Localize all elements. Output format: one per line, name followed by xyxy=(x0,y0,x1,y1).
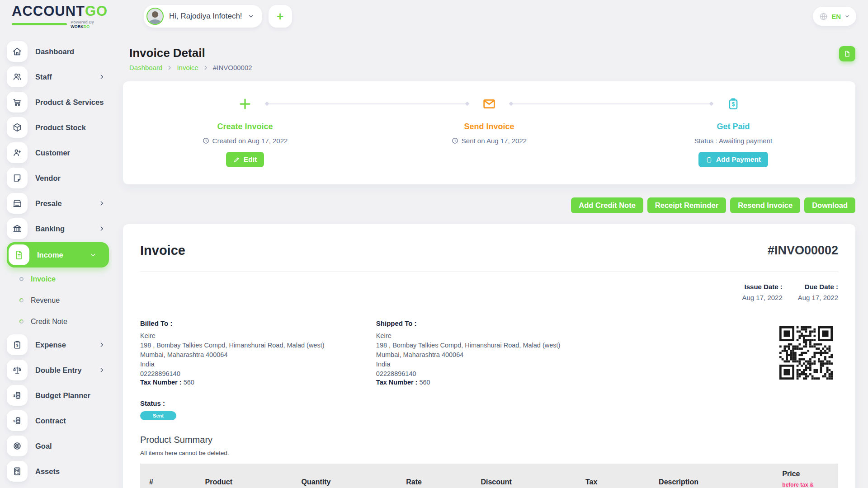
sidebar-item-label: Expense xyxy=(35,341,66,349)
sidebar-item-product-services[interactable]: Product & Services xyxy=(7,89,112,115)
billed-to-address2: Mumbai, Maharashtra 400064 xyxy=(140,350,376,360)
avatar xyxy=(146,8,164,25)
invoice-addresses: Billed To : Keire 198 , Bombay Talkies C… xyxy=(140,319,838,386)
app-window: ACCOUNTGO Powered By WORKDO Hi, Rajodiya… xyxy=(0,0,868,488)
sidebar-item-label: Budget Planner xyxy=(35,391,90,400)
sidebar: Dashboard Staff Product & Services xyxy=(0,33,112,488)
sidebar-item-banking[interactable]: Banking xyxy=(7,216,112,241)
billed-to-name: Keire xyxy=(140,331,376,341)
sidebar-item-label: Assets xyxy=(35,467,60,476)
col-header-index: # xyxy=(140,464,196,488)
sidebar-item-label: Goal xyxy=(35,442,52,450)
sidebar-item-goal[interactable]: Goal xyxy=(7,433,112,459)
sidebar-item-label: Presale xyxy=(35,199,62,208)
staff-icon xyxy=(7,66,28,87)
clock-icon xyxy=(452,137,458,144)
due-date-label: Due Date : xyxy=(798,283,838,291)
scales-icon xyxy=(7,360,28,380)
top-bar: ACCOUNTGO Powered By WORKDO Hi, Rajodiya… xyxy=(0,0,868,33)
cart-icon xyxy=(7,92,28,113)
issue-date-block: Issue Date : Aug 17, 2022 xyxy=(742,283,783,301)
step-subtitle: Status : Awaiting payment xyxy=(694,137,772,145)
sidebar-item-assets[interactable]: Assets xyxy=(7,459,112,484)
sidebar-subitem-credit-note[interactable]: Credit Note xyxy=(7,311,112,332)
sidebar-item-budget-planner[interactable]: $ Budget Planner xyxy=(7,383,112,408)
resend-invoice-button[interactable]: Resend Invoice xyxy=(730,197,800,213)
product-summary-note: All items here cannot be deleted. xyxy=(140,450,838,456)
status-badge: Sent xyxy=(140,411,176,420)
sidebar-item-contract[interactable]: $ Contract xyxy=(7,408,112,433)
sidebar-item-income[interactable]: Income xyxy=(7,242,109,267)
sidebar-item-staff[interactable]: Staff xyxy=(7,64,112,89)
add-credit-note-button[interactable]: Add Credit Note xyxy=(571,197,643,213)
step-subtitle: Created on Aug 17, 2022 xyxy=(203,137,288,145)
breadcrumb-invoice-link[interactable]: Invoice xyxy=(177,64,198,71)
logo-tagline: Powered By WORKDO xyxy=(12,20,112,29)
chevron-right-icon xyxy=(99,367,105,373)
sidebar-item-label: Vendor xyxy=(35,174,61,183)
step-subtitle: Sent on Aug 17, 2022 xyxy=(452,137,527,145)
sidebar-item-vendor[interactable]: Vendor xyxy=(7,165,112,191)
timeline-step-send: Send Invoice Sent on Aug 17, 2022 xyxy=(367,96,611,184)
sidebar-item-label: Customer xyxy=(35,149,70,157)
export-document-button[interactable] xyxy=(839,46,855,61)
add-payment-button[interactable]: Add Payment xyxy=(698,152,768,167)
chevron-down-icon xyxy=(90,252,96,258)
sidebar-item-customer[interactable]: Customer xyxy=(7,140,112,165)
quick-add-button[interactable]: + xyxy=(269,5,292,28)
col-header-rate: Rate xyxy=(397,464,472,488)
download-button[interactable]: Download xyxy=(804,197,855,213)
receipt-reminder-button[interactable]: Receipt Reminder xyxy=(647,197,726,213)
breadcrumb-dashboard-link[interactable]: Dashboard xyxy=(129,64,162,71)
shipped-to-block: Shipped To : Keire 198 , Bombay Talkies … xyxy=(376,319,612,386)
shipped-to-address1: 198 , Bombay Talkies Compd, Himanshurai … xyxy=(376,341,612,350)
col-header-product: Product xyxy=(196,464,292,488)
timeline-step-get-paid: $ Get Paid Status : Awaiting payment Add… xyxy=(611,96,855,184)
table-header-row: # Product Quantity Rate Discount Tax Des… xyxy=(140,464,838,488)
issue-date-value: Aug 17, 2022 xyxy=(742,294,783,301)
issue-date-label: Issue Date : xyxy=(742,283,783,291)
invoice-heading: Invoice xyxy=(140,243,185,258)
shipped-to-tax: Tax Number : 560 xyxy=(376,379,612,386)
globe-icon xyxy=(819,12,828,21)
billed-to-address1: 198 , Bombay Talkies Compd, Himanshurai … xyxy=(140,341,376,350)
invoice-timeline-card: Create Invoice Created on Aug 17, 2022 E… xyxy=(123,81,855,184)
col-header-description: Description xyxy=(650,464,773,488)
shipped-to-phone: 02228896140 xyxy=(376,369,612,379)
calculator-icon xyxy=(7,461,28,482)
chevron-right-icon xyxy=(99,342,105,348)
language-selector[interactable]: EN xyxy=(813,7,856,26)
user-greeting: Hi, Rajodiya Infotech! xyxy=(169,12,242,21)
sidebar-item-presale[interactable]: Presale xyxy=(7,191,112,216)
sidebar-item-expense[interactable]: $ Expense xyxy=(7,332,112,357)
sidebar-item-label: Income xyxy=(37,251,63,259)
svg-text:$: $ xyxy=(16,343,19,347)
sidebar-item-dashboard[interactable]: Dashboard xyxy=(7,39,112,64)
sidebar-item-label: Dashboard xyxy=(35,47,74,56)
bank-icon xyxy=(7,218,28,239)
shipped-to-country: India xyxy=(376,360,612,369)
page-title: Invoice Detail xyxy=(129,46,252,60)
shipped-to-label: Shipped To : xyxy=(376,319,612,327)
timeline-connector xyxy=(267,103,467,104)
sidebar-item-product-stock[interactable]: Product Stock xyxy=(7,115,112,140)
qr-code xyxy=(774,319,838,386)
sidebar-subitem-revenue[interactable]: Revenue xyxy=(7,290,112,311)
billed-to-phone: 02228896140 xyxy=(140,369,376,379)
edit-invoice-button[interactable]: Edit xyxy=(226,152,264,167)
sidebar-item-double-entry[interactable]: Double Entry xyxy=(7,357,112,383)
invoice-detail-card: Invoice #INVO00002 Issue Date : Aug 17, … xyxy=(123,224,855,488)
user-menu[interactable]: Hi, Rajodiya Infotech! xyxy=(144,5,262,28)
chevron-right-icon xyxy=(99,225,105,232)
language-label: EN xyxy=(831,13,841,20)
clipboard-icon xyxy=(706,156,712,163)
app-logo[interactable]: ACCOUNTGO Powered By WORKDO xyxy=(12,4,112,29)
powered-by-text: Powered By WORKDO xyxy=(71,20,112,29)
chevron-right-icon xyxy=(203,65,208,70)
col-header-discount: Discount xyxy=(472,464,576,488)
logo-text: ACCOUNTGO xyxy=(12,4,112,18)
sidebar-subitem-invoice[interactable]: Invoice xyxy=(7,268,112,290)
due-date-value: Aug 17, 2022 xyxy=(798,294,838,301)
col-header-tax: Tax xyxy=(576,464,650,488)
step-title: Create Invoice xyxy=(217,122,273,131)
